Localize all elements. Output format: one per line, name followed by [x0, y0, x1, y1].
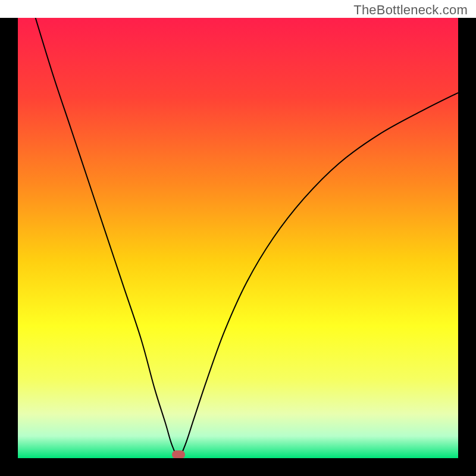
chart-frame: TheBottleneck.com [0, 0, 476, 476]
plot-area [18, 18, 458, 458]
watermark-text: TheBottleneck.com [353, 2, 468, 18]
chart-outer-border [0, 18, 476, 476]
bottleneck-curve [18, 18, 458, 458]
optimum-marker [172, 450, 185, 458]
